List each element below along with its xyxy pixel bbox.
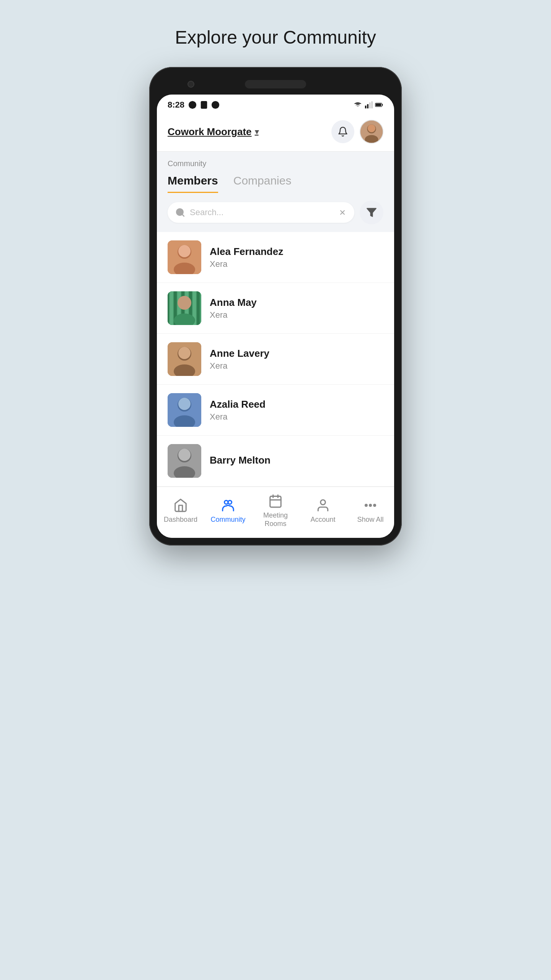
- member-name: Anne Lavery: [210, 348, 269, 359]
- svg-point-58: [374, 504, 376, 506]
- svg-rect-7: [369, 103, 371, 109]
- user-avatar: [360, 121, 383, 143]
- nav-label-account: Account: [310, 516, 335, 524]
- svg-rect-10: [382, 104, 383, 106]
- workspace-selector[interactable]: Cowork Moorgate ▾: [168, 126, 259, 138]
- svg-line-17: [182, 214, 184, 216]
- phone-frame: 8:28: [149, 67, 402, 546]
- svg-marker-20: [367, 209, 376, 217]
- svg-point-15: [368, 124, 375, 132]
- nav-item-dashboard[interactable]: Dashboard: [161, 498, 200, 524]
- filter-icon: [366, 207, 377, 218]
- search-icon: [175, 207, 185, 217]
- app-header: Cowork Moorgate ▾: [157, 114, 394, 152]
- member-avatar: [168, 342, 201, 376]
- member-item[interactable]: Azalia Reed Xera: [157, 385, 394, 436]
- svg-rect-8: [371, 101, 373, 108]
- member-company: Xera: [210, 361, 269, 371]
- workspace-name-label: Cowork Moorgate: [168, 126, 252, 138]
- search-bar[interactable]: Search...: [168, 202, 354, 223]
- member-name: Barry Melton: [210, 454, 271, 466]
- member-info: Anna May Xera: [210, 297, 257, 320]
- member-company: Xera: [210, 259, 283, 269]
- svg-point-57: [370, 504, 372, 506]
- member-list: Alea Fernandez Xera: [157, 232, 394, 487]
- member-info: Alea Fernandez Xera: [210, 246, 283, 269]
- battery-icon: [375, 101, 383, 109]
- filter-button[interactable]: [360, 201, 383, 224]
- member-name: Anna May: [210, 297, 257, 309]
- phone-speaker: [245, 80, 306, 88]
- member-item[interactable]: Anne Lavery Xera: [157, 334, 394, 385]
- section-label: Community: [157, 152, 394, 168]
- nav-label-show-all: Show All: [357, 516, 383, 524]
- status-icons-right: [354, 101, 383, 109]
- member-name: Alea Fernandez: [210, 246, 283, 258]
- nav-item-meeting-rooms[interactable]: Meeting Rooms: [256, 494, 295, 528]
- tab-companies[interactable]: Companies: [233, 174, 292, 193]
- svg-rect-51: [270, 496, 281, 507]
- community-icon: [221, 498, 235, 513]
- search-placeholder: Search...: [190, 207, 334, 217]
- search-row: Search...: [157, 193, 394, 232]
- svg-point-40: [178, 347, 191, 359]
- home-icon: [173, 498, 188, 513]
- svg-point-44: [178, 398, 191, 410]
- chevron-down-icon: ▾: [255, 127, 259, 136]
- page-title: Explore your Community: [175, 27, 376, 48]
- status-icons-left: [188, 101, 220, 109]
- svg-rect-6: [367, 104, 368, 108]
- member-avatar: [168, 291, 201, 325]
- user-icon: [316, 498, 330, 513]
- member-info: Barry Melton: [210, 454, 271, 468]
- svg-point-35: [178, 296, 191, 310]
- notification-button[interactable]: [331, 120, 354, 143]
- svg-point-56: [365, 504, 367, 506]
- nav-label-community: Community: [210, 516, 245, 524]
- svg-point-50: [228, 500, 232, 504]
- more-icon: [363, 498, 378, 513]
- svg-rect-5: [365, 106, 367, 108]
- nav-item-show-all[interactable]: Show All: [351, 498, 390, 524]
- tab-members[interactable]: Members: [168, 174, 218, 193]
- member-company: Xera: [210, 310, 257, 320]
- sim-icon: [200, 101, 208, 109]
- globe-icon: [188, 101, 197, 109]
- member-item[interactable]: Alea Fernandez Xera: [157, 232, 394, 283]
- nav-label-dashboard: Dashboard: [164, 516, 197, 524]
- signal-icon: [364, 101, 373, 109]
- phone-camera: [187, 81, 194, 88]
- phone-screen: 8:28: [157, 95, 394, 538]
- status-bar: 8:28: [157, 95, 394, 114]
- member-avatar: [168, 240, 201, 274]
- svg-rect-11: [376, 103, 381, 106]
- user-avatar-button[interactable]: [360, 120, 383, 144]
- svg-point-55: [321, 500, 326, 505]
- wifi-icon: [354, 101, 362, 109]
- member-info: Anne Lavery Xera: [210, 348, 269, 371]
- nav-label-meeting-rooms: Meeting Rooms: [263, 511, 288, 528]
- nav-item-community[interactable]: Community: [209, 498, 247, 524]
- header-actions: [331, 120, 383, 144]
- tabs: Members Companies: [157, 168, 394, 193]
- svg-point-24: [178, 245, 191, 257]
- svg-point-14: [365, 135, 378, 144]
- member-name: Azalia Reed: [210, 399, 266, 410]
- bell-icon: [337, 126, 348, 137]
- block-icon: [211, 101, 220, 109]
- member-info: Azalia Reed Xera: [210, 399, 266, 422]
- member-item[interactable]: Anna May Xera: [157, 283, 394, 334]
- clear-search-icon[interactable]: [338, 208, 347, 217]
- bottom-nav: Dashboard Community: [157, 487, 394, 538]
- member-item[interactable]: Barry Melton: [157, 436, 394, 487]
- phone-top-bar: [157, 75, 394, 95]
- member-avatar: [168, 393, 201, 427]
- status-time: 8:28: [168, 100, 184, 110]
- nav-item-account[interactable]: Account: [304, 498, 342, 524]
- calendar-icon: [268, 494, 283, 508]
- svg-point-48: [178, 449, 191, 461]
- member-company: Xera: [210, 412, 266, 422]
- member-avatar: [168, 444, 201, 478]
